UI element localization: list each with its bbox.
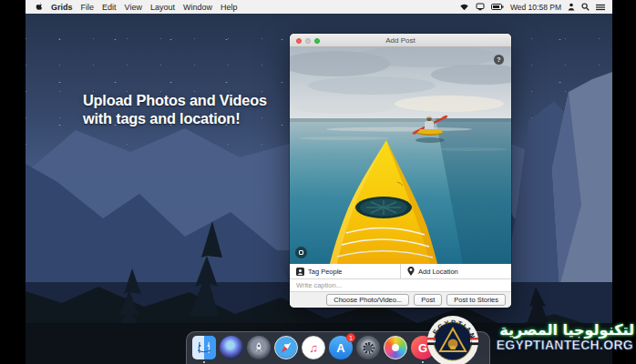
macos-desktop: Grids File Edit View Layout Window Help … bbox=[0, 0, 636, 364]
dock-siri-icon[interactable] bbox=[220, 336, 243, 359]
expand-photo-button[interactable] bbox=[295, 247, 307, 258]
choose-photo-video-button[interactable]: Choose Photo/Video... bbox=[326, 294, 409, 307]
menu-window[interactable]: Window bbox=[183, 3, 212, 12]
add-location-button[interactable]: Add Location bbox=[400, 264, 511, 278]
itunes-note-glyph: ♫ bbox=[309, 341, 318, 355]
dock-indicator-dot bbox=[203, 361, 206, 364]
kayak-photo bbox=[290, 47, 511, 264]
appstore-badge: 1 bbox=[346, 333, 355, 342]
egyptiantech-logo: EGYPTIAN bbox=[426, 315, 479, 364]
location-pin-icon bbox=[407, 267, 415, 276]
notification-list-icon[interactable] bbox=[596, 4, 605, 11]
add-post-window: Add Post bbox=[290, 34, 511, 308]
battery-icon[interactable] bbox=[491, 4, 504, 10]
post-photo-preview: ? bbox=[290, 47, 511, 264]
search-icon[interactable] bbox=[581, 3, 590, 11]
watermark-arabic-text: لتكنولوجيا المصرية bbox=[499, 321, 634, 339]
add-location-label: Add Location bbox=[418, 268, 458, 276]
app-menu-grids[interactable]: Grids bbox=[51, 3, 73, 12]
promo-headline: Upload Photos and Videos with tags and l… bbox=[83, 92, 267, 128]
minimize-button[interactable] bbox=[305, 38, 311, 44]
apple-menu-icon[interactable] bbox=[35, 3, 43, 12]
post-to-stories-button[interactable]: Post to Stories bbox=[446, 294, 506, 307]
wifi-icon[interactable] bbox=[459, 3, 469, 11]
dock-indicator-dot bbox=[422, 361, 425, 364]
menu-help[interactable]: Help bbox=[221, 3, 238, 12]
dock-finder-icon[interactable] bbox=[192, 336, 216, 359]
display-area: Grids File Edit View Layout Window Help … bbox=[26, 0, 612, 364]
caption-input[interactable] bbox=[290, 281, 511, 289]
display-mirroring-icon[interactable] bbox=[476, 3, 485, 11]
tag-people-label: Tag People bbox=[308, 268, 343, 276]
post-button[interactable]: Post bbox=[414, 294, 442, 307]
watermark-site-text: EGYPTIANTECH.ORG bbox=[497, 338, 633, 352]
tag-location-bar: Tag People Add Location bbox=[290, 264, 511, 279]
zoom-button[interactable] bbox=[314, 38, 320, 44]
dock-itunes-icon[interactable]: ♫ bbox=[302, 336, 325, 359]
menu-bar: Grids File Edit View Layout Window Help … bbox=[26, 0, 612, 14]
caption-row bbox=[290, 279, 511, 292]
tag-people-button[interactable]: Tag People bbox=[290, 264, 400, 278]
dock-launchpad-icon[interactable] bbox=[247, 336, 271, 359]
menu-edit[interactable]: Edit bbox=[102, 3, 117, 12]
user-icon[interactable] bbox=[568, 3, 575, 11]
menu-layout[interactable]: Layout bbox=[150, 3, 175, 12]
tag-people-icon bbox=[296, 268, 304, 276]
promo-headline-line1: Upload Photos and Videos bbox=[83, 92, 267, 110]
dock-appstore-icon[interactable]: A 1 bbox=[329, 336, 353, 359]
dock-photos-icon[interactable] bbox=[384, 336, 407, 359]
close-button[interactable] bbox=[296, 38, 302, 44]
window-title: Add Post bbox=[385, 36, 415, 45]
help-button[interactable]: ? bbox=[494, 55, 504, 65]
menu-clock[interactable]: Wed 10:58 PM bbox=[510, 3, 561, 12]
dock-safari-icon[interactable] bbox=[274, 336, 298, 359]
dock-system-preferences-icon[interactable] bbox=[356, 336, 380, 359]
menu-file[interactable]: File bbox=[81, 3, 95, 12]
window-titlebar[interactable]: Add Post bbox=[290, 34, 511, 47]
promo-headline-line2: with tags and location! bbox=[83, 110, 267, 128]
window-button-bar: Choose Photo/Video... Post Post to Stori… bbox=[290, 292, 511, 308]
menu-view[interactable]: View bbox=[125, 3, 142, 12]
appstore-letter: A bbox=[336, 341, 344, 355]
